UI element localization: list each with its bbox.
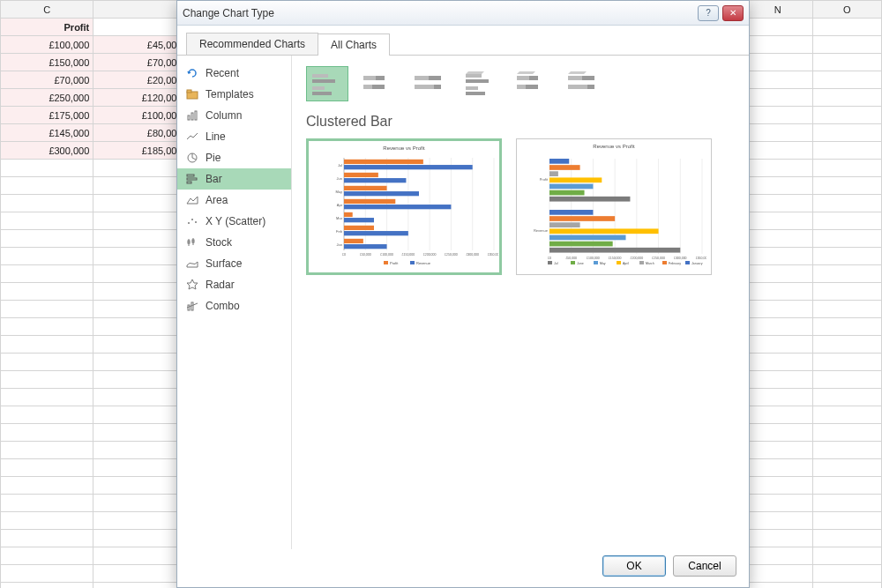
- chart-category-templates[interactable]: Templates: [177, 84, 291, 105]
- chart-category-surface[interactable]: Surface: [177, 253, 291, 274]
- svg-rect-27: [429, 76, 441, 80]
- svg-text:Jul: Jul: [338, 163, 342, 167]
- help-button[interactable]: ?: [698, 5, 719, 21]
- svg-rect-97: [549, 184, 593, 190]
- cell[interactable]: £70,000: [93, 54, 186, 71]
- svg-rect-61: [344, 199, 395, 204]
- svg-text:£50,000: £50,000: [360, 253, 371, 257]
- svg-rect-53: [344, 165, 473, 169]
- cell[interactable]: £175,000: [1, 107, 93, 124]
- svg-rect-101: [549, 210, 593, 215]
- cancel-button[interactable]: Cancel: [673, 555, 736, 577]
- svg-rect-105: [549, 235, 626, 241]
- cell[interactable]: £100,000: [1, 36, 93, 54]
- svg-text:Jan: Jan: [337, 242, 342, 247]
- svg-text:May: May: [335, 190, 342, 194]
- svg-rect-17: [191, 302, 193, 310]
- bar-subtype-4[interactable]: [511, 66, 553, 101]
- bar-subtype-0[interactable]: [306, 66, 348, 101]
- bar-subtype-3[interactable]: [460, 66, 502, 101]
- svg-rect-39: [582, 76, 594, 80]
- svg-rect-99: [549, 197, 630, 202]
- col-c[interactable]: C: [1, 1, 93, 19]
- bar-subtype-2[interactable]: [408, 66, 451, 101]
- svg-text:£100,000: £100,000: [587, 257, 600, 260]
- category-icon: [186, 173, 198, 185]
- svg-rect-3: [191, 113, 193, 120]
- svg-rect-98: [549, 190, 585, 196]
- category-icon: [186, 236, 198, 249]
- svg-text:Feb: Feb: [336, 229, 343, 234]
- category-icon: [186, 300, 198, 312]
- cell[interactable]: £70,000: [1, 71, 93, 89]
- svg-rect-71: [344, 244, 387, 249]
- chart-category-bar[interactable]: Bar: [177, 168, 291, 190]
- cell[interactable]: £150,000: [1, 54, 93, 71]
- tab-recommended[interactable]: Recommended Charts: [186, 33, 318, 55]
- profit-header[interactable]: Profit: [1, 19, 93, 36]
- category-icon: [186, 215, 198, 227]
- chart-category-xyscatter[interactable]: X Y (Scatter): [177, 211, 291, 232]
- svg-rect-126: [662, 261, 667, 264]
- svg-rect-94: [549, 165, 580, 170]
- chart-category-recent[interactable]: Recent: [177, 63, 291, 84]
- chart-preview-1[interactable]: Revenue vs Profit JulJunMayAprMarFebJan£…: [306, 138, 502, 275]
- svg-text:Profit: Profit: [540, 177, 549, 182]
- svg-rect-59: [344, 191, 419, 196]
- chart-category-list: RecentTemplatesColumnLinePieBarAreaX Y (…: [177, 56, 292, 549]
- svg-rect-116: [548, 261, 552, 264]
- dialog-titlebar[interactable]: Change Chart Type ? ✕: [177, 1, 749, 26]
- svg-rect-70: [344, 239, 363, 243]
- svg-rect-68: [344, 231, 408, 235]
- svg-rect-4: [195, 111, 197, 120]
- col-n[interactable]: N: [744, 1, 812, 19]
- svg-text:Jun: Jun: [337, 176, 342, 181]
- category-icon: [186, 279, 198, 291]
- svg-text:£50,000: £50,000: [565, 257, 577, 260]
- tab-all-charts[interactable]: All Charts: [318, 33, 390, 56]
- svg-rect-82: [410, 261, 415, 264]
- chart-category-line[interactable]: Line: [177, 126, 291, 147]
- chart-preview-2[interactable]: Revenue vs Profit ProfitRevenue£0£50,000…: [516, 138, 712, 275]
- cell[interactable]: £45,000: [93, 36, 186, 54]
- chart-category-combo[interactable]: Combo: [177, 295, 291, 316]
- cell[interactable]: £80,000: [93, 124, 186, 142]
- svg-rect-40: [568, 85, 587, 89]
- svg-rect-38: [568, 76, 582, 80]
- svg-rect-122: [617, 261, 621, 264]
- cell[interactable]: £100,000: [93, 107, 186, 124]
- change-chart-type-dialog: Change Chart Type ? ✕ Recommended Charts…: [176, 0, 750, 588]
- svg-text:January: January: [691, 262, 703, 265]
- col-o[interactable]: O: [812, 1, 881, 19]
- bar-subtype-5[interactable]: [562, 66, 604, 101]
- svg-rect-55: [344, 173, 378, 177]
- svg-rect-62: [344, 205, 451, 209]
- chart-category-stock[interactable]: Stock: [177, 232, 291, 253]
- bar-subtype-1[interactable]: [357, 66, 400, 101]
- chart-main-panel: Clustered Bar Revenue vs Profit JulJunMa…: [292, 56, 749, 549]
- svg-rect-64: [344, 212, 353, 217]
- svg-rect-120: [594, 261, 598, 264]
- chart-category-pie[interactable]: Pie: [177, 147, 291, 168]
- close-button[interactable]: ✕: [722, 5, 744, 21]
- chart-category-radar[interactable]: Radar: [177, 274, 291, 295]
- svg-text:£150,000: £150,000: [402, 253, 415, 257]
- svg-text:£150,000: £150,000: [609, 257, 622, 260]
- cell[interactable]: £250,000: [1, 89, 93, 107]
- cell[interactable]: £120,000: [93, 89, 186, 107]
- cell[interactable]: £20,000: [93, 71, 186, 89]
- cell[interactable]: £145,000: [1, 124, 93, 142]
- cell[interactable]: £300,000: [1, 142, 93, 160]
- svg-rect-41: [587, 85, 594, 89]
- svg-text:£0: £0: [342, 253, 346, 257]
- svg-rect-26: [415, 76, 429, 80]
- cell[interactable]: £185,000: [93, 142, 186, 160]
- svg-rect-29: [434, 85, 441, 89]
- svg-text:£200,000: £200,000: [423, 253, 437, 257]
- ok-button[interactable]: OK: [602, 555, 666, 577]
- svg-rect-1: [187, 90, 191, 93]
- chart-category-area[interactable]: Area: [177, 190, 291, 211]
- svg-rect-118: [571, 261, 575, 264]
- chart-category-column[interactable]: Column: [177, 105, 291, 126]
- dialog-title: Change Chart Type: [183, 7, 694, 19]
